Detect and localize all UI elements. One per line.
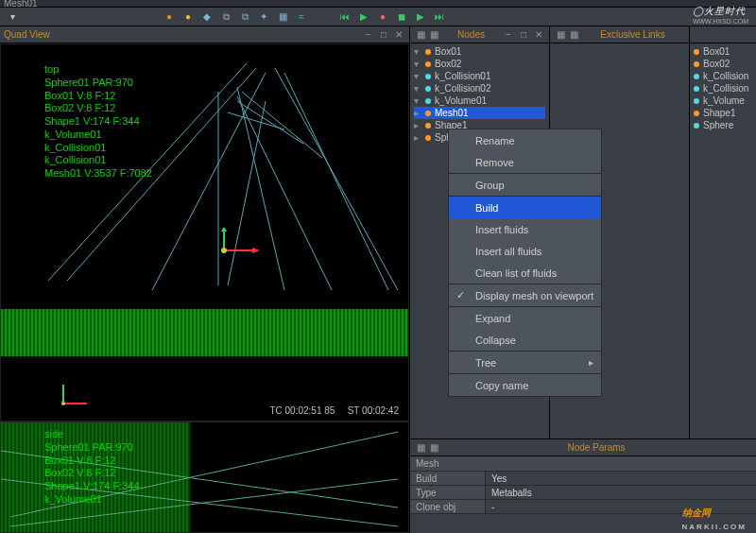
svg-point-19 — [61, 402, 65, 405]
st-label: ST 00:02:42 — [348, 405, 399, 416]
rewind-icon[interactable]: ⏮ — [338, 10, 352, 24]
excl-item[interactable]: Shape1 — [694, 107, 752, 119]
param-key: Clone obj — [410, 500, 486, 513]
dupe2-icon[interactable]: ⧉ — [238, 10, 251, 24]
menu-item[interactable]: Copy name — [449, 374, 601, 396]
grid2-icon[interactable]: ▦ — [427, 441, 440, 455]
sphere-orange-icon[interactable]: ● — [163, 10, 176, 24]
play-icon[interactable]: ▶ — [357, 10, 370, 24]
grid1-icon[interactable]: ▦ — [414, 28, 427, 42]
menu-item[interactable]: Tree▸ — [449, 352, 601, 373]
svg-line-9 — [228, 112, 284, 129]
svg-marker-15 — [221, 228, 227, 232]
node-item[interactable]: ▸Mesh01 — [414, 107, 545, 119]
axis-icon[interactable]: ✦ — [257, 10, 270, 24]
param-row-build: Build Yes — [410, 472, 756, 486]
svg-line-4 — [284, 73, 388, 290]
node-item[interactable]: ▾Box01 — [414, 45, 545, 58]
quad-view-title: Quad View — [4, 29, 362, 40]
menu-item[interactable]: Display mesh on viewport — [449, 284, 601, 306]
maximize-icon[interactable]: □ — [377, 28, 390, 42]
viewport-status: TC 00:02:51 85 ST 00:02:42 — [269, 404, 399, 417]
menu-item[interactable]: Build — [449, 197, 601, 218]
minimize-icon[interactable]: − — [502, 28, 515, 42]
close-icon[interactable]: ✕ — [532, 28, 545, 42]
left-pane: Quad View − □ ✕ — [0, 26, 410, 533]
params-header[interactable]: ▦ ▦ Node Params — [410, 439, 756, 456]
title-bar: Mesh01 — [0, 0, 756, 8]
svg-marker-13 — [252, 248, 260, 253]
watermark-hxsd: ◯火星时代 WWW.HXSD.COM — [693, 2, 748, 25]
excl-header[interactable]: ▦ ▦ Exclusive Links — [550, 26, 689, 43]
menu-item[interactable]: Group — [449, 174, 601, 196]
param-val[interactable]: Yes — [486, 472, 756, 485]
object-title: Mesh01 — [4, 0, 38, 9]
params-group[interactable]: Mesh — [410, 456, 756, 472]
maximize-icon[interactable]: □ — [517, 28, 530, 42]
menu-item[interactable]: Rename — [449, 129, 601, 151]
nodes-title: Nodes — [440, 29, 502, 40]
menu-item[interactable]: Insert fluids — [449, 218, 601, 240]
main-toolbar: ▾ ● ● ◆ ⧉ ⧉ ✦ ▦ ≈ ⏮ ▶ ● ◼ ▶ ⏭ — [0, 8, 756, 26]
svg-line-11 — [242, 92, 322, 158]
wave-icon[interactable]: ≈ — [295, 10, 308, 24]
excl-item[interactable]: k_Volume — [694, 95, 752, 107]
excl-item[interactable]: Box01 — [694, 45, 752, 58]
watermark-narkii: 纳金网 NARKII.COM — [682, 492, 747, 531]
svg-line-3 — [275, 68, 398, 290]
param-key: Type — [410, 486, 486, 499]
camera-icon[interactable]: ▦ — [276, 10, 289, 24]
excl-item[interactable]: Sphere — [694, 119, 752, 131]
grid2-icon[interactable]: ▦ — [427, 28, 440, 42]
excl-item[interactable]: k_Collision — [694, 82, 752, 95]
menu-item[interactable]: Remove — [449, 151, 601, 173]
viewport-top[interactable]: top Sphere01 PAR:970 Box01 V:8 F:12 Box0… — [0, 43, 409, 421]
context-menu: RenameRemoveGroupBuildInsert fluidsInser… — [448, 129, 602, 397]
params-title: Node Params — [440, 442, 752, 453]
close-icon[interactable]: ✕ — [392, 28, 405, 42]
dropdown-icon[interactable]: ▾ — [6, 10, 19, 24]
grid1-icon[interactable]: ▦ — [554, 28, 567, 42]
node-item[interactable]: ▾k_Volume01 — [414, 95, 545, 107]
menu-item[interactable]: Collapse — [449, 329, 601, 351]
excl-list-area: Box01Box02k_Collisionk_Collisionk_Volume… — [690, 26, 756, 438]
excl-item[interactable]: Box02 — [694, 58, 752, 70]
ff-icon[interactable]: ⏭ — [433, 10, 446, 24]
grid1-icon[interactable]: ▦ — [414, 441, 427, 455]
menu-item[interactable]: Expand — [449, 307, 601, 329]
nodes-header[interactable]: ▦ ▦ Nodes − □ ✕ — [410, 26, 549, 43]
play2-icon[interactable]: ▶ — [414, 10, 427, 24]
menu-item[interactable]: Insert all fluids — [449, 240, 601, 262]
svg-line-10 — [237, 101, 303, 144]
param-key: Build — [410, 472, 486, 485]
minimize-icon[interactable]: − — [362, 28, 375, 42]
svg-point-16 — [221, 248, 227, 253]
tc-label: TC 00:02:51 85 — [269, 405, 335, 416]
node-item[interactable]: ▾k_Collision01 — [414, 70, 545, 82]
node-item[interactable]: ▾Box02 — [414, 58, 545, 70]
quad-view-header[interactable]: Quad View − □ ✕ — [0, 26, 409, 43]
viewport-side[interactable]: side Sphere01 PAR:970 Box01 V:8 F:12 Box… — [0, 421, 409, 533]
record-icon[interactable]: ● — [376, 10, 389, 24]
viewport-top-info: top Sphere01 PAR:970 Box01 V:8 F:12 Box0… — [44, 63, 152, 181]
grid2-icon[interactable]: ▦ — [567, 28, 580, 42]
cube-icon[interactable]: ◆ — [200, 10, 214, 24]
dupe1-icon[interactable]: ⧉ — [219, 10, 232, 24]
node-item[interactable]: ▾k_Collision02 — [414, 82, 545, 95]
menu-item[interactable]: Clean list of fluids — [449, 262, 601, 284]
excl-item[interactable]: k_Collision — [694, 70, 752, 82]
sphere-yellow-icon[interactable]: ● — [181, 10, 195, 24]
excl-title: Exclusive Links — [580, 29, 685, 40]
viewport-side-info: side Sphere01 PAR:970 Box01 V:8 F:12 Box… — [44, 428, 140, 507]
stop-icon[interactable]: ◼ — [395, 10, 408, 24]
